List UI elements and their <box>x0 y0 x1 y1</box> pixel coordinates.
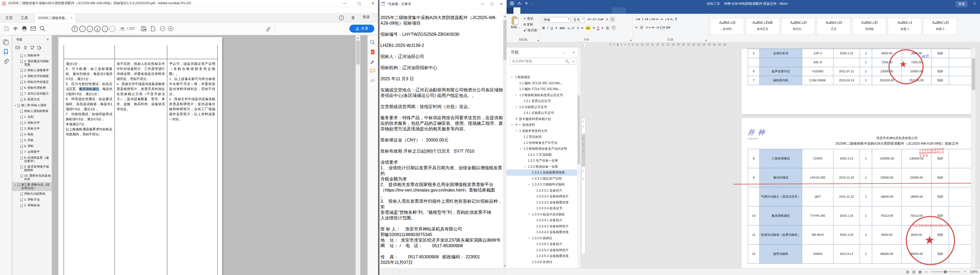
dialog-launcher-icon[interactable]: ◢ <box>537 39 539 41</box>
nav-caret-icon[interactable]: ▾ <box>511 74 514 80</box>
ribbon-display-options-icon[interactable]: ⍐ <box>974 2 975 6</box>
dialog-launcher-icon[interactable]: ◢ <box>630 39 632 41</box>
nav-heading-item[interactable]: 1.3.3.1 设备购置明细表 <box>507 170 577 176</box>
nav-caret-icon[interactable]: ▾ <box>515 92 518 98</box>
nav-caret-icon[interactable] <box>533 193 535 199</box>
bookmarks-options-icon[interactable] <box>15 46 21 50</box>
bookmark-item[interactable]: ∨ 第三章 评标办法（综合评估法） <box>12 182 52 191</box>
nav-heading-item[interactable]: 1.3.3.3.3 设备购置发票 <box>507 199 577 206</box>
nav-caret-icon[interactable] <box>533 247 535 253</box>
table-row[interactable]: 9 激光扫描仪 LRV16-200 2012.11.16 1 23000.00 … <box>748 168 975 187</box>
cloud-upload-icon[interactable] <box>12 25 19 32</box>
print-icon[interactable] <box>21 25 28 32</box>
bookmark-item[interactable]: 投标人须知前附表 <box>12 108 52 114</box>
dialog-launcher-icon[interactable]: ◢ <box>705 39 707 41</box>
email-icon[interactable] <box>30 25 37 32</box>
bookmark-item[interactable]: 2. 项目概况与招标范围 <box>12 59 52 68</box>
nav-heading-item[interactable]: ▾ 1.4 实验室认可证书 <box>507 104 577 110</box>
vertical-ruler[interactable]: 42 121 12 <box>582 118 586 266</box>
font-size-select[interactable]: 五号 ▾ <box>572 17 585 23</box>
page-thumbnails-icon[interactable] <box>140 25 147 32</box>
nav-caret-icon[interactable]: ▾ <box>528 211 531 218</box>
bookmark-caret-icon[interactable]: ∨ <box>14 183 16 187</box>
read-mode-icon[interactable]: ▤ <box>906 270 909 274</box>
ribbon-tab[interactable] <box>555 8 562 14</box>
search-tools-icon[interactable] <box>370 40 375 45</box>
nav-caret-icon[interactable] <box>511 116 514 122</box>
bookmark-item[interactable]: 3. 投标人资格要求 <box>12 68 52 73</box>
first-page-icon[interactable]: ⤒ <box>72 26 78 32</box>
copy-button[interactable]: ⧉ 复制 <box>523 22 533 27</box>
tab-close-icon[interactable]: × <box>70 16 72 20</box>
zoom-percentage[interactable]: 100% <box>970 270 978 274</box>
style-card[interactable]: AaBbCcI 标题 1 <box>888 18 922 35</box>
ribbon-tab[interactable] <box>562 8 569 14</box>
list-icons[interactable]: ⁝≡▾ ⒈≡▾ ⁝⁝≡▾ ⇤ ⇥ ㄨ▾ A↓ ¶ <box>635 17 677 22</box>
nav-heading-item[interactable]: 1.3.3.5.1 设备照片 <box>507 241 577 247</box>
bookmark-item[interactable]: 4. 投标 <box>12 132 52 138</box>
nav-heading-item[interactable]: ▾ 1.3 检验检测机构资质认定证书 <box>507 92 577 98</box>
bookmark-caret-icon[interactable]: ∨ <box>14 104 16 107</box>
bookmark-item[interactable]: 7. 发布公告的媒介 <box>12 91 52 97</box>
bookmark-goto-icon[interactable] <box>37 46 41 50</box>
style-card[interactable]: AaBbCcD 正文 <box>817 18 851 35</box>
nav-heading-item[interactable]: 十 技术服务和质保期计划 <box>507 116 577 122</box>
search-dropdown-icon[interactable]: ▾ <box>573 58 574 65</box>
font-name-select[interactable]: 宋体 ▾ <box>542 17 570 23</box>
bookmark-item[interactable]: 1. 招标条件 <box>12 53 52 59</box>
nav-heading-item[interactable]: ▾ 1.3.3.3 万能材料试验机 <box>507 181 577 188</box>
style-card[interactable]: AaBbCcDdE 表内正文 <box>746 18 780 35</box>
ribbon-tab[interactable] <box>589 8 596 14</box>
nav-heading-item[interactable]: 1.4.1 实验室认可证书 <box>507 110 577 116</box>
ribbon-tab[interactable] <box>534 8 541 14</box>
font-grow-shrink-icons[interactable]: A˄ A˅ Aa▾ A A <box>587 17 614 21</box>
bookmarks-close-icon[interactable]: ✕ <box>46 37 49 41</box>
nav-caret-icon[interactable] <box>528 259 531 265</box>
style-card[interactable]: AaBbCcD ↓ 表内列... <box>710 18 744 35</box>
fill-sign-icon[interactable] <box>370 78 375 83</box>
nav-caret-icon[interactable] <box>533 241 535 247</box>
nav-heading-item[interactable]: ▾ 1.3.3.5 测厚仪 <box>507 235 577 242</box>
last-page-icon[interactable]: ⤓ <box>94 26 100 32</box>
new-bookmark-icon[interactable] <box>30 46 35 50</box>
nav-heading-item[interactable]: 1.3.3.4.2 设备铭牌照片 <box>507 223 577 229</box>
acrobat-login-button[interactable]: 登录 <box>363 15 370 20</box>
bookmark-item[interactable]: 8. 联系方式 <box>12 97 52 103</box>
nav-caret-icon[interactable] <box>528 176 531 182</box>
nav-caret-icon[interactable] <box>515 80 518 86</box>
table-row[interactable]: 43C-9 1 7200.00 7200.00 自有 <box>748 58 975 67</box>
zoom-in-icon[interactable]: ＋ <box>963 269 966 274</box>
nav-heading-item[interactable]: 1.2 螺柱 FZ18-70C 42CrMo… <box>507 86 577 92</box>
nav-search-input[interactable]: 在文档中搜索 🔍 ▾ <box>510 58 576 65</box>
nav-heading-item[interactable]: 1.3.2 生产设备一览表 <box>507 157 577 164</box>
nav-scrollbar[interactable] <box>577 48 581 268</box>
tab-document[interactable]: 2025年二级物资集...× <box>35 13 76 22</box>
ribbon-tab[interactable] <box>569 8 576 14</box>
bookmark-item[interactable]: 评标办法前附表 <box>12 191 52 197</box>
nav-caret-icon[interactable] <box>515 86 518 92</box>
qat-customize-icon[interactable]: ⌄ <box>532 2 534 5</box>
nav-heading-item[interactable]: ▾ 1.3.3 检测设备一览表 <box>507 164 577 170</box>
table-row[interactable]: 气密封试验台（高压试压泵） QD7 2011.11.22 1 18000.00 … <box>748 187 975 207</box>
bookmark-item[interactable]: 1. 总则 <box>12 114 52 120</box>
font-format-icons[interactable]: B I U▾ abc x₂ x² A▾ ab▾ A▾ A 字 <box>542 25 616 30</box>
ribbon-tab[interactable] <box>548 8 555 14</box>
word-login-button[interactable]: 登录 <box>956 1 967 7</box>
nav-caret-icon[interactable]: ▾ <box>528 235 531 242</box>
nav-heading-item[interactable]: 1.3.3.5.3 设备购置发票 <box>507 253 577 259</box>
notepad-minimize-button[interactable]: — <box>478 0 487 8</box>
nav-options-chevron-icon[interactable]: ⌄ <box>563 51 565 54</box>
align-icons[interactable]: ≡ ≡ ≡ ≡ ⇹ ↕▾ ◰▾ ⊞▾ <box>635 25 671 29</box>
nav-caret-icon[interactable]: ▾ <box>520 146 522 152</box>
nav-caret-icon[interactable] <box>533 253 535 259</box>
document-scrollbar[interactable] <box>971 48 975 268</box>
page-current[interactable]: 井 神 jingshen 淮安市井神钻采机具有限公司 2025年二级物资集中采购… <box>741 118 975 268</box>
highlighter-icon[interactable] <box>265 25 272 32</box>
bookmark-item[interactable]: 9. 是否采用电子辅助投标 <box>12 164 52 173</box>
bookmark-item[interactable]: 6. 招标代理机构 <box>12 85 52 91</box>
nav-caret-icon[interactable] <box>520 140 522 146</box>
bookmark-item[interactable]: 5. 开标 <box>12 138 52 143</box>
nav-heading-item[interactable]: 1.3.3.3.4 校准证书 <box>507 205 577 211</box>
nav-heading-item[interactable]: 1.2 特种装备生产许可证 <box>507 140 577 146</box>
redo-icon[interactable]: ↻ <box>525 1 528 5</box>
